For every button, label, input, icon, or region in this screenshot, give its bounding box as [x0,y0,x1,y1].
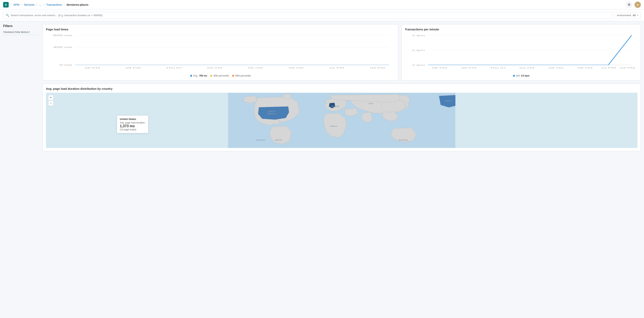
user-avatar[interactable]: e [634,2,641,8]
legend-avg-label: Avg. [193,74,198,77]
svg-text:06 PM: 06 PM [432,67,447,69]
svg-text:09 PM: 09 PM [461,67,476,69]
app-icon[interactable]: D [3,2,9,8]
svg-text:03 PM: 03 PM [370,67,385,69]
tpm-legend-value: 0.0 tpm [521,74,530,77]
nav-link-transactions[interactable]: Transactions [46,3,62,6]
legend-p99-label: 99th percentile [235,74,251,77]
svg-text:Thu 07: Thu 07 [490,67,506,69]
legend-p95-dot [210,75,212,77]
legend-avg-dot [190,75,192,77]
svg-text:0 ms: 0 ms [60,64,72,66]
settings-icon: ⚙ [628,3,630,7]
legend-p99-dot [232,75,234,77]
env-label: environment [617,14,631,17]
svg-text:NORTH: NORTH [445,100,452,102]
legend-p99: 99th percentile [232,74,251,77]
nav-sep-1: / [11,3,12,6]
env-value: All [633,14,636,17]
svg-text:OCEANIA: OCEANIA [256,139,265,141]
main-content: Filters TRANSACTION RESULT Page load tim… [0,21,644,154]
svg-text:12 PM: 12 PM [329,67,344,69]
map-title: Avg. page load duration distribution by … [46,87,638,90]
nav-sep-5: / [64,3,65,6]
tooltip-value: 1,373 ms [120,124,146,128]
nav-current-page: dernieres-places [66,3,88,6]
legend-avg-value: 795 ms [199,74,207,77]
settings-button[interactable]: ⚙ [626,2,632,8]
legend-p95-label: 95th percentile [214,74,229,77]
tpm-chart-card: Transactions per minute 0 tpm 0 tpm 0 tp… [402,24,641,81]
tpm-svg: 0 tpm 0 tpm 0 tpm 06 PM 09 PM Thu 07 03 … [405,33,638,73]
svg-text:06 PM: 06 PM [85,67,100,69]
svg-text:03 AM: 03 AM [520,67,534,69]
svg-text:Thu 07: Thu 07 [166,67,182,69]
nav-sep-4: / [44,3,44,6]
search-input-wrap[interactable]: 🔍 [3,12,612,19]
svg-text:400 ms: 400 ms [53,46,72,48]
tpm-chart-title: Transactions per minute [405,28,638,31]
svg-text:SOUTH: SOUTH [275,139,282,141]
map-tooltip: United States Avg. page load duration: 1… [117,115,148,133]
tpm-chart-container: 0 tpm 0 tpm 0 tpm 06 PM 09 PM Thu 07 03 … [405,33,638,73]
page-load-chart-container: 800 ms 400 ms 0 ms 06 PM 09 PM Thu 07 03… [46,33,395,73]
nav-link-apm[interactable]: APM [14,3,19,6]
nav-link-services[interactable]: Services [24,3,35,6]
map-card: Avg. page load duration distribution by … [42,84,641,151]
legend-avg: Avg. 795 ms [190,74,207,77]
svg-text:03 AM: 03 AM [207,67,222,69]
top-navigation: D / APM / Services / ... / Transactions … [0,0,644,10]
svg-text:NORTH: NORTH [268,110,276,112]
page-load-chart-card: Page load times 800 ms 400 ms 0 ms [42,24,398,81]
tpm-legend-dot [513,75,515,77]
filters-title: Filters [3,24,40,28]
search-input[interactable] [11,14,610,17]
tpm-legend: N/A 0.0 tpm [405,74,638,77]
tpm-legend-na: N/A 0.0 tpm [513,74,530,77]
page-load-chart-title: Page load times [46,28,395,31]
svg-text:AFRICA: AFRICA [330,125,337,127]
nav-actions: ⚙ e [626,2,641,8]
svg-text:12 PM: 12 PM [601,67,616,69]
svg-text:AMERICA: AMERICA [267,113,277,115]
map-zoom-in-button[interactable]: + [48,95,54,100]
tooltip-country: United States [120,118,146,121]
breadcrumb-area: D / APM / Services / ... / Transactions … [3,2,88,8]
svg-text:09 AM: 09 AM [578,67,592,69]
search-bar-container: 🔍 environment All ▾ [0,10,644,21]
page-load-svg: 800 ms 400 ms 0 ms 06 PM 09 PM Thu 07 03… [46,33,395,73]
svg-text:OCEANIA: OCEANIA [399,139,408,141]
svg-text:0 tpm: 0 tpm [412,35,425,37]
svg-text:06 AM: 06 AM [548,67,564,69]
legend-p95: 95th percentile [210,74,229,77]
search-icon: 🔍 [6,14,9,17]
map-container: + − [46,93,638,148]
tooltip-loads: (13 page loads) [120,128,146,131]
page-load-legend: Avg. 795 ms 95th percentile 99th percent… [46,74,395,77]
charts-row-top: Page load times 800 ms 400 ms 0 ms [42,24,641,81]
sidebar-filters: Filters TRANSACTION RESULT [3,24,42,151]
nav-sep-2: / [21,3,22,6]
charts-area: Page load times 800 ms 400 ms 0 ms [42,24,641,151]
svg-text:0 tpm: 0 tpm [412,49,425,51]
svg-text:06 AM: 06 AM [248,67,263,69]
environment-selector[interactable]: environment All ▾ [614,12,641,19]
chevron-down-icon: ▾ [637,14,638,17]
tpm-legend-na-label: N/A [516,74,520,77]
nav-link-ellipsis[interactable]: ... [39,3,42,6]
svg-text:800 ms: 800 ms [53,34,72,37]
svg-text:0 tpm: 0 tpm [412,64,425,66]
nav-sep-3: / [36,3,37,6]
svg-text:ASIA: ASIA [368,103,374,105]
map-zoom-out-button[interactable]: − [48,101,54,106]
tooltip-label: Avg. page load duration: [120,121,146,124]
svg-text:EUROPE: EUROPE [331,105,339,107]
svg-text:09 PM: 09 PM [126,67,141,69]
map-controls: + − [48,95,54,106]
filter-section-title: TRANSACTION RESULT [3,31,40,35]
svg-text:09 AM: 09 AM [289,67,304,69]
svg-text:03 PM: 03 PM [620,67,635,69]
